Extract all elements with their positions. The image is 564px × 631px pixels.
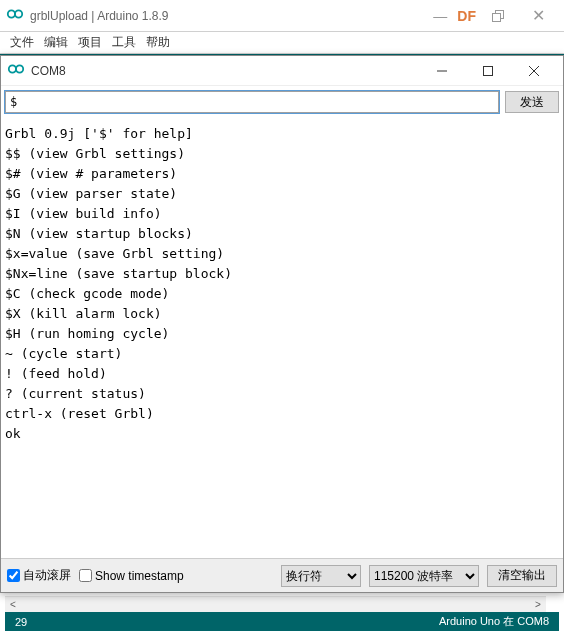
line-ending-select[interactable]: 换行符 xyxy=(281,565,361,587)
baud-rate-select[interactable]: 115200 波特率 xyxy=(369,565,479,587)
svg-rect-5 xyxy=(484,66,493,75)
timestamp-label: Show timestamp xyxy=(95,569,184,583)
df-label: DF xyxy=(457,8,476,24)
horizontal-scrollbar[interactable]: < > xyxy=(5,596,546,612)
status-line-number: 29 xyxy=(15,616,27,628)
minimize-dash-icon[interactable]: — xyxy=(433,8,447,24)
serial-input[interactable] xyxy=(5,91,499,113)
close-button[interactable]: ✕ xyxy=(518,0,558,32)
menu-edit[interactable]: 编辑 xyxy=(44,34,68,51)
menu-sketch[interactable]: 项目 xyxy=(78,34,102,51)
clear-output-button[interactable]: 清空输出 xyxy=(487,565,557,587)
arduino-logo-icon xyxy=(6,5,30,27)
serial-maximize-button[interactable] xyxy=(465,56,511,86)
autoscroll-checkbox[interactable] xyxy=(7,569,20,582)
svg-point-2 xyxy=(9,65,16,72)
autoscroll-label: 自动滚屏 xyxy=(23,567,71,584)
send-button[interactable]: 发送 xyxy=(505,91,559,113)
svg-point-0 xyxy=(8,10,15,17)
serial-minimize-button[interactable] xyxy=(419,56,465,86)
status-bar: 29 Arduino Uno 在 COM8 xyxy=(5,612,559,631)
status-board-port: Arduino Uno 在 COM8 xyxy=(439,614,549,629)
menu-tools[interactable]: 工具 xyxy=(112,34,136,51)
restore-icon xyxy=(492,10,504,22)
menu-help[interactable]: 帮助 xyxy=(146,34,170,51)
serial-window-title: COM8 xyxy=(31,64,419,78)
scroll-left-icon[interactable]: < xyxy=(5,597,21,613)
serial-monitor-window: COM8 发送 Grbl 0.9j ['$' for help] $$ (vie… xyxy=(0,55,564,593)
serial-title-bar[interactable]: COM8 xyxy=(1,56,563,86)
timestamp-checkbox-wrap[interactable]: Show timestamp xyxy=(79,569,184,583)
serial-input-row: 发送 xyxy=(1,89,563,115)
menu-file[interactable]: 文件 xyxy=(10,34,34,51)
scroll-right-icon[interactable]: > xyxy=(530,597,546,613)
main-window-title: grblUpload | Arduino 1.8.9 xyxy=(30,9,433,23)
menu-bar: 文件 编辑 项目 工具 帮助 xyxy=(0,32,564,54)
svg-point-3 xyxy=(16,65,23,72)
restore-button[interactable] xyxy=(478,0,518,32)
svg-point-1 xyxy=(15,10,22,17)
timestamp-checkbox[interactable] xyxy=(79,569,92,582)
main-title-bar[interactable]: grblUpload | Arduino 1.8.9 — DF ✕ xyxy=(0,0,564,32)
serial-output[interactable]: Grbl 0.9j ['$' for help] $$ (view Grbl s… xyxy=(5,120,559,554)
arduino-logo-icon xyxy=(7,60,31,82)
serial-close-button[interactable] xyxy=(511,56,557,86)
autoscroll-checkbox-wrap[interactable]: 自动滚屏 xyxy=(7,567,71,584)
serial-bottom-bar: 自动滚屏 Show timestamp 换行符 115200 波特率 清空输出 xyxy=(1,558,563,592)
